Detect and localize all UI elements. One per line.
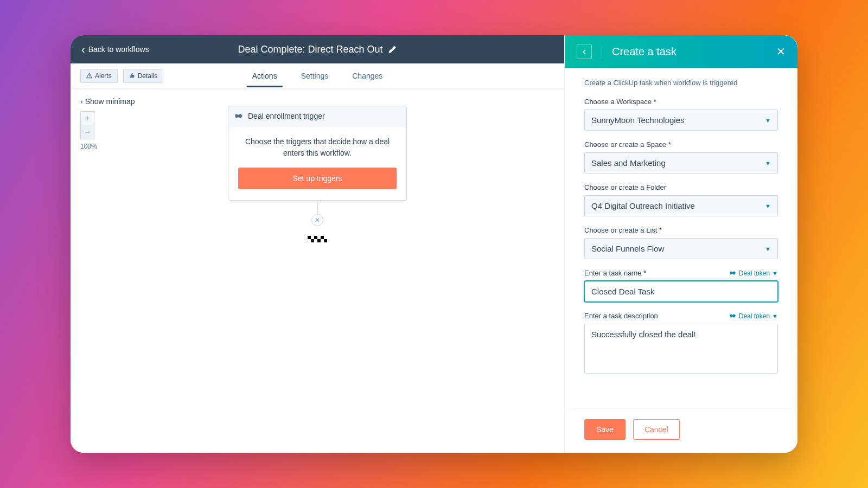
handshake-icon — [730, 270, 737, 276]
folder-value: Q4 Digital Outreach Initiative — [591, 201, 695, 210]
caret-down-icon: ▼ — [765, 246, 771, 252]
subbar: Alerts Details Actions Settings Changes — [71, 63, 564, 88]
close-icon[interactable]: ✕ — [776, 45, 786, 58]
caret-down-icon: ▼ — [765, 203, 771, 209]
deal-token-label: Deal token — [739, 269, 770, 277]
edit-icon[interactable] — [388, 45, 397, 54]
divider — [602, 44, 602, 59]
back-to-workflows-link[interactable]: Back to workflows — [81, 44, 149, 55]
details-button[interactable]: Details — [123, 69, 164, 83]
details-label: Details — [138, 72, 158, 80]
workflow-canvas[interactable]: Show minimap + − 100% Deal enrollment tr… — [71, 88, 564, 453]
task-name-label: Enter a task name * — [584, 269, 646, 277]
zoom-in-button[interactable]: + — [80, 111, 94, 125]
panel-header: Create a task ✕ — [565, 35, 797, 68]
panel-footer: Save Cancel — [565, 408, 797, 453]
workflow-title: Deal Complete: Direct Reach Out — [238, 44, 397, 55]
deal-token-button[interactable]: Deal token ▼ — [730, 312, 778, 320]
tab-changes[interactable]: Changes — [350, 65, 385, 87]
connector-line — [317, 202, 318, 214]
topbar: Back to workflows Deal Complete: Direct … — [71, 35, 564, 63]
panel-back-button[interactable] — [577, 44, 592, 59]
tab-actions[interactable]: Actions — [250, 65, 279, 87]
caret-down-icon: ▼ — [765, 117, 771, 124]
field-list: Choose or create a List * Social Funnels… — [584, 226, 778, 259]
trigger-body: Choose the triggers that decide how a de… — [228, 126, 406, 200]
field-task-name: Enter a task name * Deal token ▼ Closed … — [584, 269, 778, 302]
folder-label: Choose or create a Folder — [584, 183, 778, 191]
chevron-left-icon — [583, 46, 586, 57]
finish-flag-icon — [308, 236, 327, 242]
caret-down-icon: ▼ — [772, 313, 778, 319]
tab-settings[interactable]: Settings — [299, 65, 331, 87]
panel-body: Create a ClickUp task when workflow is t… — [565, 68, 797, 408]
zoom-out-button[interactable]: − — [80, 125, 94, 139]
task-desc-value: Successfully closed the deal! — [591, 330, 696, 339]
subbar-buttons: Alerts Details — [80, 69, 163, 83]
trigger-title: Deal enrollment trigger — [248, 112, 325, 120]
chevron-left-icon — [81, 44, 85, 55]
zoom-controls: + − — [80, 111, 135, 139]
connector: ✕ — [308, 202, 327, 242]
list-select[interactable]: Social Funnels Flow ▼ — [584, 238, 778, 259]
panel-title: Create a task — [612, 46, 767, 58]
alerts-button[interactable]: Alerts — [80, 69, 118, 83]
folder-select[interactable]: Q4 Digital Outreach Initiative ▼ — [584, 195, 778, 216]
trigger-card: Deal enrollment trigger Choose the trigg… — [228, 106, 407, 201]
workspace-value: SunnyMoon Technologies — [591, 115, 685, 125]
side-panel: Create a task ✕ Create a ClickUp task wh… — [564, 35, 797, 453]
handshake-icon — [235, 112, 244, 120]
handshake-icon — [730, 313, 737, 319]
back-label: Back to workflows — [88, 45, 149, 54]
app-window: Back to workflows Deal Complete: Direct … — [71, 35, 797, 453]
minimap-label: Show minimap — [85, 97, 135, 106]
save-button[interactable]: Save — [584, 419, 626, 440]
setup-triggers-button[interactable]: Set up triggers — [238, 168, 397, 189]
show-minimap-toggle[interactable]: Show minimap — [80, 97, 135, 106]
panel-description: Create a ClickUp task when workflow is t… — [584, 79, 778, 87]
deal-token-label: Deal token — [739, 312, 770, 320]
thumbs-up-icon — [129, 73, 135, 79]
trigger-header: Deal enrollment trigger — [228, 106, 406, 126]
task-desc-label: Enter a task description — [584, 312, 658, 320]
deal-token-button[interactable]: Deal token ▼ — [730, 269, 778, 277]
workspace-label: Choose a Workspace * — [584, 98, 778, 106]
task-desc-textarea[interactable]: Successfully closed the deal! — [584, 324, 778, 374]
main-area: Back to workflows Deal Complete: Direct … — [71, 35, 564, 453]
chevron-right-icon — [80, 97, 83, 106]
cancel-button[interactable]: Cancel — [633, 419, 680, 440]
caret-down-icon: ▼ — [765, 160, 771, 166]
space-value: Sales and Marketing — [591, 158, 666, 168]
task-name-input[interactable]: Closed Deal Task — [584, 281, 778, 302]
field-folder: Choose or create a Folder Q4 Digital Out… — [584, 183, 778, 216]
space-label: Choose or create a Space * — [584, 140, 778, 149]
caret-down-icon: ▼ — [772, 270, 778, 277]
canvas-controls: Show minimap + − 100% — [80, 97, 135, 150]
warning-icon — [86, 73, 92, 79]
list-value: Social Funnels Flow — [591, 244, 664, 253]
alerts-label: Alerts — [95, 72, 112, 80]
field-space: Choose or create a Space * Sales and Mar… — [584, 140, 778, 174]
field-task-desc: Enter a task description Deal token ▼ Su… — [584, 312, 778, 374]
field-workspace: Choose a Workspace * SunnyMoon Technolog… — [584, 98, 778, 131]
remove-node-button[interactable]: ✕ — [311, 214, 323, 226]
task-name-value: Closed Deal Task — [591, 287, 654, 296]
zoom-level: 100% — [80, 143, 135, 150]
workflow-title-text: Deal Complete: Direct Reach Out — [238, 44, 382, 55]
workspace-select[interactable]: SunnyMoon Technologies ▼ — [584, 110, 778, 131]
tabs: Actions Settings Changes — [250, 65, 385, 87]
space-select[interactable]: Sales and Marketing ▼ — [584, 152, 778, 174]
list-label: Choose or create a List * — [584, 226, 778, 234]
trigger-description: Choose the triggers that decide how a de… — [238, 136, 397, 159]
